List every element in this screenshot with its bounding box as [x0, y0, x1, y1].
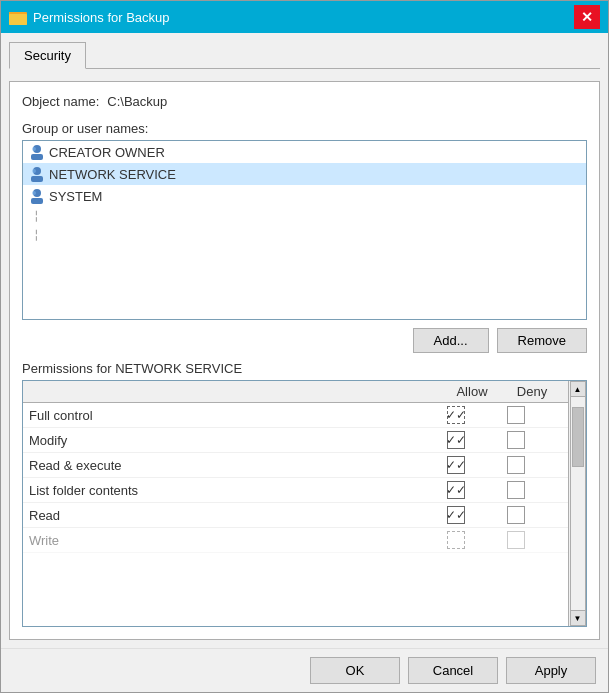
perm-name-read: Read: [29, 508, 426, 523]
deny-checkbox-modify[interactable]: [507, 431, 525, 449]
deny-cell-modify[interactable]: [486, 431, 546, 449]
object-name-label: Object name:: [22, 94, 99, 109]
perm-row-list-folder: List folder contents ✓: [23, 478, 568, 503]
deny-cell-read-execute[interactable]: [486, 456, 546, 474]
perm-name-list-folder: List folder contents: [29, 483, 426, 498]
add-remove-row: Add... Remove: [22, 328, 587, 353]
object-name-value: C:\Backup: [107, 94, 167, 109]
svg-point-10: [32, 191, 36, 195]
allow-checkbox-modify[interactable]: ✓: [447, 431, 465, 449]
group-label: Group or user names:: [22, 121, 587, 136]
object-name-row: Object name: C:\Backup: [22, 94, 587, 109]
allow-checkbox-read[interactable]: ✓: [447, 506, 465, 524]
svg-rect-6: [31, 176, 43, 182]
allow-checkbox-write[interactable]: [447, 531, 465, 549]
user-icon-network: [29, 166, 45, 182]
cancel-button[interactable]: Cancel: [408, 657, 498, 684]
col-header-deny: Deny: [502, 384, 562, 399]
allow-cell-full-control[interactable]: ✓: [426, 406, 486, 424]
deny-checkbox-list-folder[interactable]: [507, 481, 525, 499]
title-bar: Permissions for Backup ✕: [1, 1, 608, 33]
allow-cell-list-folder[interactable]: ✓: [426, 481, 486, 499]
user-icon-creator: [29, 144, 45, 160]
perm-name-full-control: Full control: [29, 408, 426, 423]
svg-rect-9: [31, 198, 43, 204]
deny-checkbox-write[interactable]: [507, 531, 525, 549]
col-header-name: [29, 384, 442, 399]
dialog-body: Security Object name: C:\Backup Group or…: [1, 33, 608, 648]
close-button[interactable]: ✕: [574, 5, 600, 29]
scroll-thumb[interactable]: [572, 407, 584, 467]
tab-strip: Security: [9, 41, 600, 69]
perm-rows: Full control ✓ Mo: [23, 403, 568, 626]
tab-security[interactable]: Security: [9, 42, 86, 69]
allow-checkbox-read-execute[interactable]: ✓: [447, 456, 465, 474]
deny-checkbox-read-execute[interactable]: [507, 456, 525, 474]
perm-row-read-execute: Read & execute ✓: [23, 453, 568, 478]
user-item-creator-owner[interactable]: CREATOR OWNER: [23, 141, 586, 163]
allow-cell-modify[interactable]: ✓: [426, 431, 486, 449]
permissions-header: Permissions for NETWORK SERVICE: [22, 361, 587, 376]
perm-row-full-control: Full control ✓: [23, 403, 568, 428]
tab-content: Object name: C:\Backup Group or user nam…: [9, 81, 600, 640]
allow-cell-read-execute[interactable]: ✓: [426, 456, 486, 474]
deny-checkbox-full-control[interactable]: [507, 406, 525, 424]
perm-column-headers: Allow Deny: [23, 381, 568, 403]
allow-cell-write[interactable]: [426, 531, 486, 549]
permissions-dialog: Permissions for Backup ✕ Security Object…: [0, 0, 609, 693]
svg-point-4: [32, 147, 36, 151]
user-item-placeholder-2: ╎: [23, 226, 586, 245]
deny-cell-read[interactable]: [486, 506, 546, 524]
perm-name-read-execute: Read & execute: [29, 458, 426, 473]
deny-cell-full-control[interactable]: [486, 406, 546, 424]
perm-row-modify: Modify ✓: [23, 428, 568, 453]
allow-checkbox-full-control[interactable]: ✓: [447, 406, 465, 424]
perm-row-write: Write: [23, 528, 568, 553]
dialog-title: Permissions for Backup: [33, 10, 170, 25]
svg-rect-3: [31, 154, 43, 160]
user-name-system: SYSTEM: [49, 189, 102, 204]
allow-checkbox-list-folder[interactable]: ✓: [447, 481, 465, 499]
permissions-scrollbar: ▲ ▼: [568, 381, 586, 626]
deny-cell-list-folder[interactable]: [486, 481, 546, 499]
svg-point-7: [32, 169, 36, 173]
user-item-placeholder-1: ╎: [23, 207, 586, 226]
user-name-network-service: NETWORK SERVICE: [49, 167, 176, 182]
allow-cell-read[interactable]: ✓: [426, 506, 486, 524]
dialog-footer: OK Cancel Apply: [1, 648, 608, 692]
perm-name-modify: Modify: [29, 433, 426, 448]
scroll-up-arrow[interactable]: ▲: [570, 381, 586, 397]
col-header-allow: Allow: [442, 384, 502, 399]
user-name-creator-owner: CREATOR OWNER: [49, 145, 165, 160]
user-item-system[interactable]: SYSTEM: [23, 185, 586, 207]
perm-name-write: Write: [29, 533, 426, 548]
perm-inner: Allow Deny Full control ✓: [23, 381, 568, 626]
folder-icon: [9, 8, 27, 26]
ok-button[interactable]: OK: [310, 657, 400, 684]
title-bar-left: Permissions for Backup: [9, 8, 170, 26]
permissions-table: Allow Deny Full control ✓: [22, 380, 587, 627]
svg-rect-1: [9, 14, 27, 25]
scroll-down-arrow[interactable]: ▼: [570, 610, 586, 626]
perm-row-read: Read ✓: [23, 503, 568, 528]
add-button[interactable]: Add...: [413, 328, 489, 353]
user-icon-system: [29, 188, 45, 204]
deny-checkbox-read[interactable]: [507, 506, 525, 524]
user-item-network-service[interactable]: NETWORK SERVICE: [23, 163, 586, 185]
remove-button[interactable]: Remove: [497, 328, 587, 353]
apply-button[interactable]: Apply: [506, 657, 596, 684]
users-list[interactable]: CREATOR OWNER NETWORK SERVICE: [22, 140, 587, 320]
deny-cell-write[interactable]: [486, 531, 546, 549]
scroll-track[interactable]: [570, 397, 586, 610]
